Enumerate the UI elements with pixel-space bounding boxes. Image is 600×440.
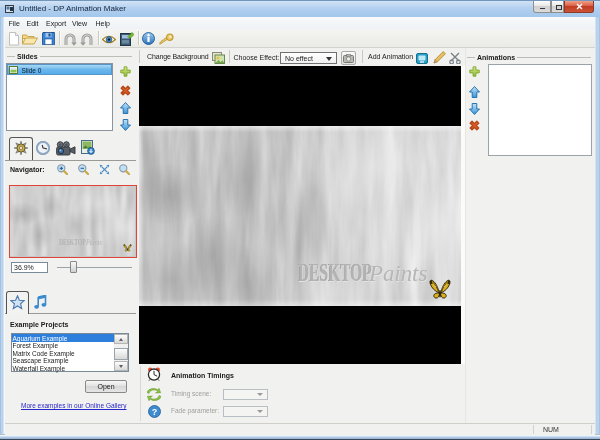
svg-text:?: ? — [151, 406, 157, 416]
